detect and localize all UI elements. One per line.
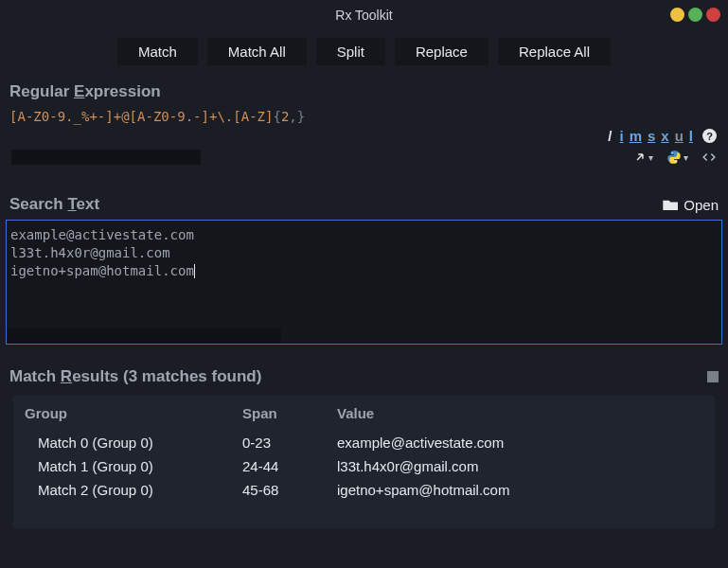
results-count: (3 matches found) [123,367,261,385]
header-group[interactable]: Group [25,405,242,421]
search-status-bar [7,328,281,344]
replace-all-button[interactable]: Replace All [498,38,611,65]
maximize-button[interactable] [688,8,702,22]
match-all-button[interactable]: Match All [207,38,307,65]
table-header: Group Span Value [13,396,715,431]
cell-span: 45-68 [242,482,337,498]
regex-flags-row: / i m s x u l ? [0,128,728,146]
search-label-pre: Search [9,195,67,213]
cell-value: l33t.h4x0r@gmail.com [337,458,703,474]
cell-span: 0-23 [242,435,337,451]
results-label-accel: R [61,367,72,385]
results-label-post: esults [72,367,118,385]
svg-point-0 [671,152,672,153]
cell-group: Match 0 (Group 0) [25,435,242,451]
python-icon[interactable]: ▾ [666,150,688,165]
cell-group: Match 1 (Group 0) [25,458,242,474]
cell-group: Match 2 (Group 0) [25,482,242,498]
search-text-content: example@activestate.com l33t.h4x0r@gmail… [7,221,721,286]
flag-x[interactable]: x [659,128,670,144]
flags-slash: / [608,128,612,144]
flag-l[interactable]: l [687,128,695,144]
flag-m[interactable]: m [628,128,644,144]
titlebar: Rx Toolkit [0,0,728,30]
table-row[interactable]: Match 2 (Group 0)45-68igetno+spam@hotmai… [13,478,715,502]
flag-i[interactable]: i [617,128,625,144]
regex-label-post: xpression [84,82,160,100]
table-row[interactable]: Match 0 (Group 0)0-23example@activestate… [13,431,715,454]
folder-icon [663,199,678,210]
svg-point-1 [675,161,676,162]
window-title: Rx Toolkit [335,8,392,23]
cell-value: example@activestate.com [337,435,703,451]
regex-status-bar [11,150,201,165]
header-value[interactable]: Value [337,405,703,421]
regex-input-row: [A-Z0-9._%+-]+@[A-Z0-9.-]+\.[A-Z]{2,} [0,107,728,128]
table-row[interactable]: Match 1 (Group 0)24-44l33t.h4x0r@gmail.c… [13,454,715,478]
regex-tools-row: ▾ ▾ [0,146,728,170]
search-section-header: Search Text Open [0,191,728,218]
stop-icon[interactable] [707,371,719,382]
regex-input[interactable]: [A-Z0-9._%+-]+@[A-Z0-9.-]+\.[A-Z]{2,} [9,109,719,124]
results-section-header: Match Results (3 matches found) [0,345,728,396]
results-table: Group Span Value Match 0 (Group 0)0-23ex… [13,396,715,528]
window-controls [670,8,720,22]
open-button[interactable]: Open [663,197,719,213]
action-toolbar: Match Match All Split Replace Replace Al… [0,30,728,79]
search-label-post: ext [77,195,100,213]
header-span[interactable]: Span [242,405,337,421]
regex-section-label: Regular Expression [0,79,728,107]
replace-button[interactable]: Replace [395,38,488,65]
help-icon[interactable]: ? [702,129,717,143]
cell-span: 24-44 [242,458,337,474]
regex-label-accel: E [74,82,84,100]
external-link-icon[interactable]: ▾ [633,151,653,164]
results-label-pre: Match [9,367,61,385]
minimize-button[interactable] [670,8,684,22]
match-button[interactable]: Match [117,38,198,65]
close-button[interactable] [706,8,720,22]
split-button[interactable]: Split [316,38,385,65]
flag-s[interactable]: s [646,128,657,144]
search-text-input[interactable]: example@activestate.com l33t.h4x0r@gmail… [6,220,722,345]
search-label-accel: T [67,195,76,213]
cell-value: igetno+spam@hotmail.com [337,482,703,498]
code-icon[interactable] [701,151,717,164]
flag-u[interactable]: u [673,128,685,144]
open-label: Open [684,197,719,213]
regex-label-pre: Regular [9,82,74,100]
